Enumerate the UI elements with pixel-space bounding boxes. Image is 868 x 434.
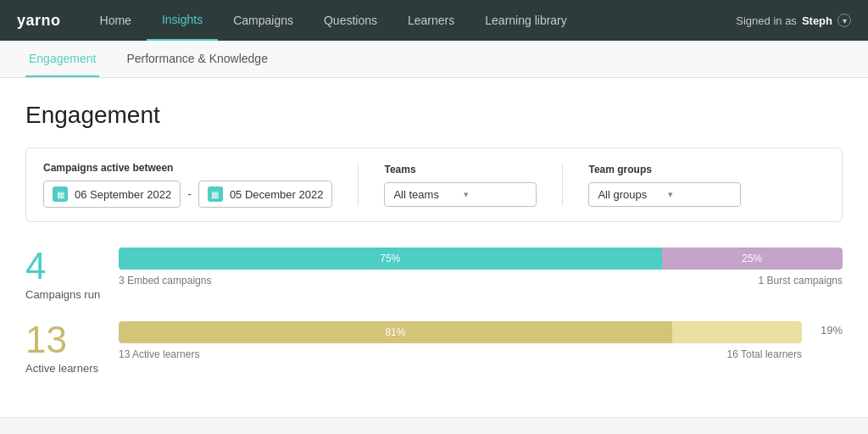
learners-bar-area: 81% 13 Active learners 16 Total learners (119, 321, 802, 360)
groups-select[interactable]: All groups ▾ (588, 182, 741, 207)
groups-filter-group: Team groups All groups ▾ (588, 164, 741, 207)
campaigns-bar-left-label: 3 Embed campaigns (119, 275, 211, 287)
brand-logo[interactable]: yarno (17, 12, 61, 30)
nav-links: Home Insights Campaigns Questions Learne… (85, 0, 737, 41)
groups-select-value: All groups (598, 188, 661, 201)
filter-divider-1 (358, 164, 359, 206)
calendar-to-icon: ▦ (208, 186, 223, 202)
campaigns-bar-labels: 3 Embed campaigns 1 Burst campaigns (119, 275, 843, 287)
campaigns-bar: 75% 25% (119, 248, 843, 270)
tab-performance-knowledge[interactable]: Performance & Knowledge (123, 52, 271, 77)
learners-bar-labels: 13 Active learners 16 Total learners (119, 348, 802, 360)
main-content: Engagement Campaigns active between ▦ 06… (0, 78, 868, 412)
filter-divider-2 (562, 164, 563, 206)
learners-label: Active learners (25, 362, 119, 375)
teams-select[interactable]: All teams ▾ (384, 182, 537, 207)
campaigns-stat-row: 4 Campaigns run 75% 25% 3 Embed campaign… (25, 248, 843, 301)
teams-chevron-icon: ▾ (464, 189, 527, 200)
user-menu-chevron[interactable]: ▾ (837, 14, 851, 27)
learners-bar-right-label: 16 Total learners (727, 348, 803, 360)
campaigns-bar-burst: 25% (662, 248, 843, 270)
groups-filter-label: Team groups (588, 164, 741, 175)
nav-learners[interactable]: Learners (392, 0, 470, 41)
date-range: ▦ 06 September 2022 - ▦ 05 December 2022 (43, 181, 332, 208)
nav-learning-library[interactable]: Learning library (470, 0, 582, 41)
date-to-input[interactable]: ▦ 05 December 2022 (198, 181, 333, 208)
teams-filter-group: Teams All teams ▾ (384, 164, 537, 207)
campaigns-number-area: 4 Campaigns run (25, 248, 119, 301)
learners-pct-right: 19% (809, 321, 843, 337)
learners-bar-left-label: 13 Active learners (119, 348, 199, 360)
user-name: Steph (802, 14, 832, 27)
date-to-value: 05 December 2022 (230, 188, 324, 201)
date-from-value: 06 September 2022 (75, 188, 171, 201)
teams-filter-label: Teams (384, 164, 537, 175)
learners-bar-active: 81% (119, 321, 672, 343)
teams-select-value: All teams (393, 188, 457, 201)
learners-number-area: 13 Active learners (25, 321, 119, 375)
campaigns-number: 4 (25, 248, 119, 285)
nav-home[interactable]: Home (85, 0, 147, 41)
learners-stat-row: 13 Active learners 81% 13 Active learner… (25, 321, 843, 375)
nav-campaigns[interactable]: Campaigns (218, 0, 309, 41)
nav-questions[interactable]: Questions (309, 0, 392, 41)
learners-bar: 81% (119, 321, 802, 343)
nav-insights[interactable]: Insights (147, 0, 218, 41)
bottom-bar (0, 417, 868, 434)
signed-in-label: Signed in as (736, 14, 797, 27)
groups-chevron-icon: ▾ (668, 189, 732, 200)
page-title: Engagement (25, 102, 843, 129)
campaigns-bar-embed: 75% (119, 248, 662, 270)
campaigns-bar-embed-pct: 75% (380, 253, 400, 264)
calendar-from-icon: ▦ (53, 186, 68, 202)
filter-box: Campaigns active between ▦ 06 September … (25, 147, 843, 222)
tabs-bar: Engagement Performance & Knowledge (0, 41, 868, 78)
date-filter-label: Campaigns active between (43, 162, 332, 174)
navbar: yarno Home Insights Campaigns Questions … (0, 0, 868, 41)
nav-user-area: Signed in as Steph ▾ (736, 14, 851, 27)
learners-number: 13 (25, 321, 119, 359)
campaigns-bar-burst-pct: 25% (742, 253, 762, 264)
date-from-input[interactable]: ▦ 06 September 2022 (43, 181, 181, 208)
learners-bar-inactive (672, 321, 802, 343)
campaigns-bar-area: 75% 25% 3 Embed campaigns 1 Burst campai… (119, 248, 843, 287)
campaigns-bar-right-label: 1 Burst campaigns (759, 275, 843, 287)
date-separator: - (187, 187, 192, 201)
learners-bar-active-pct: 81% (385, 326, 405, 338)
tab-engagement[interactable]: Engagement (25, 52, 99, 77)
date-filter-group: Campaigns active between ▦ 06 September … (43, 162, 332, 208)
campaigns-label: Campaigns run (25, 288, 119, 301)
